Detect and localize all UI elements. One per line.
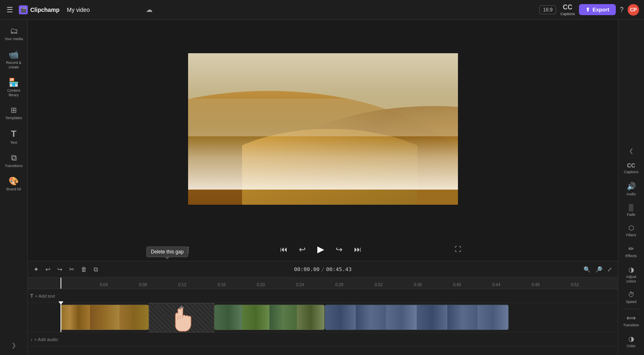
zoom-in-button[interactable]: 🔎 xyxy=(594,265,604,274)
ruler-mark-40: 0:40 xyxy=(453,283,461,287)
add-text-button[interactable]: + Add text xyxy=(35,294,55,298)
right-item-adjust-colors[interactable]: ◑ Adjust colors xyxy=(620,262,643,287)
ruler-mark-36: 0:36 xyxy=(414,283,422,287)
preview-video xyxy=(188,53,458,205)
tooltip-text: Delete this gap xyxy=(151,249,184,255)
ruler-mark-44: 0:44 xyxy=(492,283,500,287)
zoom-out-button[interactable]: 🔍 xyxy=(582,265,592,274)
user-avatar[interactable]: CP xyxy=(628,4,639,16)
play-button[interactable]: ▶ xyxy=(315,242,327,257)
rewind-button[interactable]: ↩ xyxy=(296,242,308,257)
sidebar-label-transitions: Transitions xyxy=(5,164,23,168)
sidebar-item-text[interactable]: T Text xyxy=(2,125,26,148)
help-button[interactable]: ? xyxy=(620,6,624,14)
text-track-icon: T xyxy=(30,293,33,299)
hamburger-button[interactable]: ☰ xyxy=(5,4,15,16)
sidebar-item-content-library[interactable]: 🏪 Content library xyxy=(2,74,26,101)
ruler-mark-16: 0:16 xyxy=(218,283,225,287)
clip-frame-12 xyxy=(447,305,478,330)
right-item-transition[interactable]: ⟺ Transition xyxy=(620,311,643,331)
app-name: Clipchamp xyxy=(30,7,60,13)
sidebar-item-your-media[interactable]: 🗂 Your media xyxy=(2,23,26,45)
captions-right-icon: CC xyxy=(627,162,635,169)
redo-button[interactable]: ↪ xyxy=(56,264,64,275)
right-sidebar: ❮ CC Captions 🔊 Audio ▒ Fade ⬡ Filters ✏… xyxy=(618,20,644,355)
right-item-fade[interactable]: ▒ Fade xyxy=(620,201,643,220)
clip-frame-4 xyxy=(215,305,242,330)
fullscreen-button[interactable]: ⛶ xyxy=(452,243,464,256)
right-collapse-button[interactable]: ❮ xyxy=(626,145,636,156)
skip-forward-button[interactable]: ⏭ xyxy=(352,243,364,256)
preview-area xyxy=(28,20,618,238)
record-icon: 📹 xyxy=(9,50,19,59)
add-audio-button[interactable]: + Add audio xyxy=(34,337,58,342)
sidebar-item-record-create[interactable]: 📹 Record & create xyxy=(2,46,26,73)
video-clip-3[interactable] xyxy=(325,305,509,330)
clip-frame-13 xyxy=(478,305,508,330)
left-sidebar: 🗂 Your media 📹 Record & create 🏪 Content… xyxy=(0,20,28,355)
right-item-speed[interactable]: ⏱ Speed xyxy=(620,288,643,308)
sidebar-label-content: Content library xyxy=(4,88,24,97)
gap-delete-icon[interactable]: 🗑 xyxy=(179,305,184,312)
skip-back-button[interactable]: ⏮ xyxy=(278,243,290,256)
right-item-captions[interactable]: CC Captions xyxy=(620,159,643,178)
captions-button[interactable]: CC Captions xyxy=(560,4,575,16)
time-separator: / xyxy=(321,266,325,272)
main-area: 🗂 Your media 📹 Record & create 🏪 Content… xyxy=(0,20,644,355)
video-clip-2[interactable] xyxy=(214,305,325,330)
speed-icon: ⏱ xyxy=(628,291,635,298)
captions-icon: CC xyxy=(563,4,572,11)
export-button[interactable]: ⬆ Export xyxy=(579,4,616,15)
audio-track: ♪ + Add audio xyxy=(28,332,618,346)
sidebar-label-text: Text xyxy=(10,140,17,145)
logo-icon: 🎬 xyxy=(19,5,28,14)
ruler-mark-24: 0:24 xyxy=(296,283,304,287)
transition-label: Transition xyxy=(623,323,639,328)
audio-track-label: ♪ + Add audio xyxy=(28,337,61,342)
sidebar-collapse-button[interactable]: ❯ xyxy=(8,339,20,352)
text-icon: T xyxy=(11,129,16,139)
timeline-tool-button[interactable]: ✦ xyxy=(32,264,40,275)
timeline-area: ✦ ↩ ↪ ✂ 🗑 ⧉ Delete this gap 00:00.00 / 0… xyxy=(28,261,618,355)
forward-button[interactable]: ↪ xyxy=(333,242,345,257)
sidebar-item-transitions[interactable]: ⧉ Transitions xyxy=(2,150,26,172)
right-item-filters[interactable]: ⬡ Filters xyxy=(620,221,643,241)
aspect-ratio-button[interactable]: 16:9 xyxy=(539,5,556,14)
sidebar-label-brand: Brand kit xyxy=(7,187,21,192)
ruler-mark-20: 0:20 xyxy=(257,283,265,287)
brand-kit-icon: 🎨 xyxy=(9,176,19,186)
speed-label: Speed xyxy=(626,300,636,304)
undo-button[interactable]: ↩ xyxy=(44,264,52,275)
clip-frame-2 xyxy=(90,305,119,330)
export-icon: ⬆ xyxy=(586,7,590,13)
video-title-input[interactable] xyxy=(64,5,142,15)
right-item-color[interactable]: ◑ Color xyxy=(620,332,643,352)
export-label: Export xyxy=(592,7,609,13)
filters-icon: ⬡ xyxy=(628,224,634,232)
center-area: ⬚ ⏮ ↩ ▶ ↪ ⏭ ⛶ ✦ ↩ ↪ ✂ 🗑 ⧉ Delete this ga… xyxy=(28,20,618,355)
fade-label: Fade xyxy=(627,213,635,217)
sidebar-label-templates: Templates xyxy=(5,116,22,120)
text-track-label: T + Add text xyxy=(28,293,61,299)
sidebar-label-your-media: Your media xyxy=(4,37,23,41)
filters-label: Filters xyxy=(626,233,636,237)
topbar: ☰ 🎬 Clipchamp ☁ 16:9 CC Captions ⬆ Expor… xyxy=(0,0,644,20)
save-cloud-icon[interactable]: ☁ xyxy=(146,6,153,14)
right-item-effects[interactable]: ✏ Effects xyxy=(620,242,643,262)
timeline-tracks: 0:04 0:08 0:12 0:16 0:20 0:24 0:28 0:32 … xyxy=(28,278,618,355)
fit-button[interactable]: ⤢ xyxy=(606,265,614,274)
cut-button[interactable]: ✂ xyxy=(67,264,76,275)
delete-button[interactable]: 🗑 xyxy=(79,264,89,274)
clip-frame-1 xyxy=(61,305,90,330)
right-item-audio[interactable]: 🔊 Audio xyxy=(620,179,643,200)
duplicate-button[interactable]: ⧉ xyxy=(92,264,100,275)
gap-area[interactable]: 🗑 xyxy=(149,303,214,332)
sidebar-item-brand-kit[interactable]: 🎨 Brand kit xyxy=(2,173,26,195)
ruler-mark-32: 0:32 xyxy=(375,283,382,287)
zoom-controls: 🔍 🔎 ⤢ xyxy=(582,265,614,274)
effects-label: Effects xyxy=(626,254,637,258)
clip-frame-10 xyxy=(386,305,417,330)
video-clip-1[interactable] xyxy=(61,305,149,330)
sidebar-item-templates[interactable]: ⊞ Templates xyxy=(2,102,26,124)
transitions-icon: ⧉ xyxy=(11,153,17,163)
